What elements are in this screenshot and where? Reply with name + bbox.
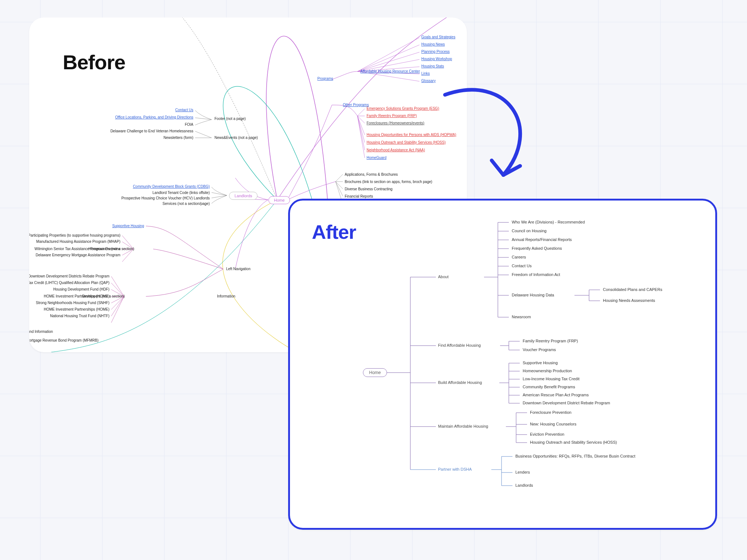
info-item: Applications, Forms & Brochures [345, 172, 398, 176]
other-item[interactable]: HomeGuard [367, 156, 386, 160]
about-sub-item: Housing Needs Assessments [603, 298, 655, 303]
other-item[interactable]: Emergency Solutions Grants Program (ESG) [367, 106, 439, 110]
landlords-item: Prospective Housing Choice Voucher (HCV)… [121, 196, 210, 200]
maintain-item: Eviction Prevention [530, 432, 564, 436]
section-about: About [438, 275, 449, 279]
partner-item: Landlords [515, 483, 533, 487]
partner-item: Business Opportunities: RFQs, RFPs, ITBs… [515, 454, 635, 458]
ahrc-item[interactable]: Housing News [421, 42, 445, 46]
about-item: Annual Reports/Financial Reports [512, 237, 572, 242]
maintain-item: Foreclosure Prevention [530, 410, 572, 415]
after-home-node: Home [363, 368, 387, 377]
about-item: Who We Are (Divisions) - Recommended [512, 220, 585, 224]
landlords-node: Landlords [229, 192, 258, 200]
build-item: Supportive Housing [523, 361, 558, 365]
leftnav-label: Left Navigation [226, 267, 251, 271]
bottom-item: Final Funding Round Information [29, 330, 53, 334]
about-item: Council on Housing [512, 229, 546, 233]
developers-item: Downtown Development Districts Rebate Pr… [29, 274, 109, 278]
section-partner: Partner with DSHA [438, 467, 472, 471]
ahrc-item[interactable]: Goals and Strategies [421, 35, 455, 39]
partner-item: Lenders [515, 470, 530, 474]
transition-arrow [434, 84, 551, 179]
news-label: News&Events (not a page) [214, 136, 258, 140]
info-item: Diverse Business Contracting [345, 187, 392, 191]
other-programs-label[interactable]: Other Programs [343, 103, 369, 107]
before-home-node: Home [268, 196, 290, 204]
homeowners-item: Participating Properties (to supportive … [29, 233, 120, 237]
after-panel: After [288, 199, 717, 530]
info-item: Brochures (link to section on apps, form… [345, 180, 432, 184]
section-maintain: Maintain Affordable Housing [438, 424, 488, 428]
developers-item: National Housing Trust Fund (NHTF) [50, 314, 109, 318]
footer-label: Footer (not a page) [214, 117, 246, 121]
news-item: Delaware Challenge to End Veteran Homele… [111, 129, 193, 133]
information-label: Information [217, 294, 235, 298]
build-item: Homeownership Production [523, 369, 572, 373]
developers-item: Strong Neighborhoods Housing Fund (SNHF) [36, 301, 109, 305]
section-find: Find Affordable Housing [438, 343, 481, 347]
developers-item: Low Income Housing Tax Credit (LIHTC) Qu… [29, 281, 109, 285]
build-item: Low-Income Housing Tax Credit [523, 377, 580, 381]
build-item: Community Benefit Programs [523, 385, 575, 389]
footer-item[interactable]: Office Locations, Parking, and Driving D… [115, 115, 193, 119]
ahrc-item[interactable]: Housing Stats [421, 64, 444, 68]
about-item: Freedom of Information Act [512, 272, 560, 277]
ahrc-item[interactable]: Housing Workshop [421, 57, 452, 61]
build-item: Downtown Development District Rebate Pro… [523, 401, 610, 405]
build-item: American Rescue Plan Act Programs [523, 393, 589, 397]
landlords-item: Landlord Tenant Code (links offsite) [152, 191, 210, 195]
after-sitemap-svg [290, 201, 717, 530]
ahrc-item[interactable]: Glossary [421, 79, 436, 83]
supportive-link[interactable]: Supportive Housing [112, 224, 144, 228]
homeowners-item: Wilmington Senior Tax Assistance Program… [35, 247, 120, 251]
about-item: Contact Us [512, 264, 531, 268]
developers-item: HOME Investment Partnerships (HOME) [44, 307, 109, 311]
info-item: Financial Reports [345, 194, 373, 198]
homeowners-item: Manufactured Housing Assistance Program … [36, 240, 120, 244]
about-item: Careers [512, 255, 526, 259]
footer-item[interactable]: Contact Us [175, 108, 193, 112]
developers-item: HOME Investment Partnerships (HOME) [44, 294, 109, 298]
landlords-item[interactable]: Community Development Block Grants (CDBG… [133, 184, 210, 188]
other-item[interactable]: Family Reentry Program (FRP) [367, 114, 417, 118]
find-item: Family Reentry Program (FRP) [523, 339, 578, 343]
ahrc-item[interactable]: Planning Process [421, 50, 450, 54]
find-item: Voucher Programs [523, 347, 556, 352]
section-build: Build Affordable Housing [438, 380, 482, 385]
homeowners-item: Delaware Emergency Mortgage Assistance P… [36, 253, 120, 257]
ahrc-item[interactable]: Links [421, 71, 430, 75]
news-item: Newsletters (form) [163, 136, 193, 140]
maintain-item: Housing Outreach and Stability Services … [530, 440, 617, 444]
footer-item: FOIA [185, 122, 193, 127]
about-sub: Delaware Housing Data [512, 293, 554, 297]
bottom-item: Multi-Family Mortgage Revenue Bond Progr… [29, 338, 98, 342]
programs-label[interactable]: Programs [317, 77, 333, 81]
maintain-item: New: Housing Counselors [530, 422, 576, 426]
about-tail: Newsroom [512, 315, 531, 319]
developers-item: Housing Development Fund (HDF) [53, 287, 109, 291]
other-item[interactable]: Foreclosures (Homeowners/events) [367, 121, 424, 125]
about-item: Frequently Asked Questions [512, 246, 562, 250]
about-sub-item: Consolidated Plans and CAPERs [603, 287, 662, 292]
ahrc-label[interactable]: Affordable Housing Resource Center [360, 69, 420, 73]
landlords-item: Services (not a section/page) [162, 202, 210, 206]
other-item[interactable]: Neighborhood Assistance Act (NAA) [367, 148, 425, 152]
